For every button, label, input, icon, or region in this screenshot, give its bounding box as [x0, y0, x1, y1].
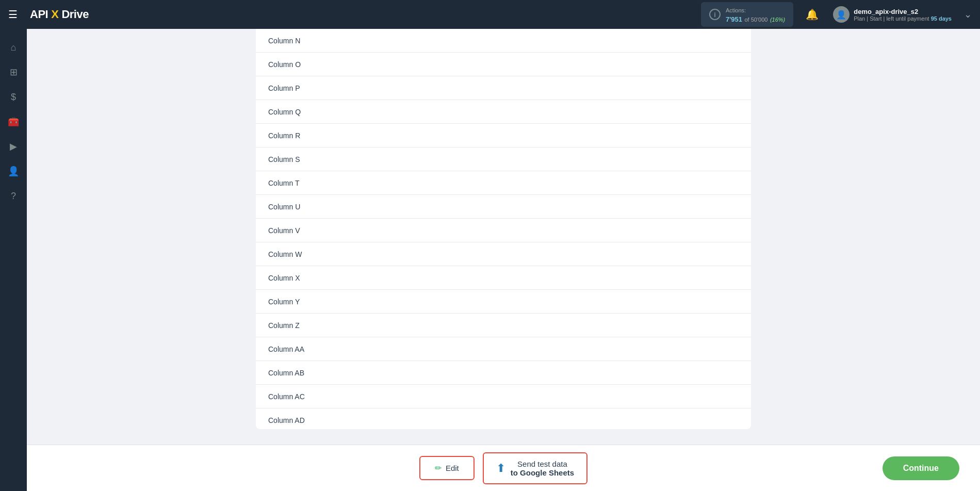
- column-name: Column AC: [268, 392, 305, 401]
- column-name: Column X: [268, 274, 300, 282]
- column-name: Column U: [268, 203, 300, 211]
- sidebar-item-home[interactable]: ⌂: [3, 37, 24, 58]
- column-name: Column AD: [268, 416, 305, 424]
- table-row: Column N: [256, 29, 751, 53]
- main-layout: ⌂ ⊞ $ 🧰 ▶ 👤 ? Column NColumn OColumn PCo…: [0, 29, 980, 491]
- panel-wrapper: Column NColumn OColumn PColumn QColumn R…: [27, 29, 980, 491]
- edit-label: Edit: [446, 464, 459, 472]
- table-row: Column P: [256, 76, 751, 100]
- column-name: Column Z: [268, 321, 300, 330]
- table-row: Column AB: [256, 361, 751, 385]
- table-row: Column X: [256, 266, 751, 290]
- column-name: Column W: [268, 250, 302, 258]
- send-test-data-button[interactable]: ⬆ Send test data to Google Sheets: [483, 452, 587, 484]
- plan-info: Plan | Start | left until payment 95 day…: [854, 15, 952, 22]
- days-remaining: 95 days: [931, 15, 952, 22]
- logo-api: API: [30, 8, 48, 21]
- table-row: Column AA: [256, 337, 751, 361]
- sidebar: ⌂ ⊞ $ 🧰 ▶ 👤 ?: [0, 29, 27, 491]
- column-name: Column N: [268, 37, 300, 45]
- actions-box: i Actions: 7'951 of 50'000 (16%): [701, 2, 793, 27]
- info-icon: i: [709, 9, 721, 20]
- column-name: Column P: [268, 84, 300, 92]
- actions-label: Actions:: [726, 7, 746, 13]
- column-name: Column AB: [268, 369, 304, 377]
- actions-separator: of: [744, 17, 750, 23]
- send-label-line1: Send test data: [517, 460, 567, 468]
- table-row: Column Q: [256, 100, 751, 124]
- send-label-line2: to Google Sheets: [511, 468, 574, 477]
- logo: APIXDrive: [30, 8, 89, 21]
- actions-total: 50'000: [751, 17, 768, 23]
- table-row: Column O: [256, 53, 751, 76]
- table-row: Column S: [256, 148, 751, 171]
- user-section: 👤 demo_apix-drive_s2 Plan | Start | left…: [833, 6, 952, 23]
- table-row: Column R: [256, 124, 751, 148]
- column-name: Column V: [268, 226, 300, 235]
- column-name: Column Q: [268, 108, 301, 116]
- logo-drive: Drive: [61, 8, 89, 21]
- sidebar-item-billing[interactable]: $: [3, 87, 24, 107]
- sidebar-item-tools[interactable]: 🧰: [3, 111, 24, 132]
- edit-icon: ✏: [435, 463, 442, 473]
- actions-count: 7'951: [726, 15, 742, 23]
- table-row: Column V: [256, 219, 751, 242]
- chevron-down-icon[interactable]: ⌄: [964, 9, 972, 20]
- sidebar-item-play[interactable]: ▶: [3, 136, 24, 157]
- column-name: Column T: [268, 179, 299, 187]
- bottom-bar: ✏ Edit ⬆ Send test data to Google Sheets…: [27, 445, 980, 491]
- upload-icon: ⬆: [496, 462, 505, 475]
- content-area: Column NColumn OColumn PColumn QColumn R…: [27, 29, 980, 491]
- column-name: Column Y: [268, 298, 300, 306]
- avatar: 👤: [833, 6, 850, 23]
- table-row: Column AC: [256, 385, 751, 408]
- menu-icon[interactable]: ☰: [8, 8, 18, 21]
- sidebar-item-help[interactable]: ?: [3, 186, 24, 206]
- sidebar-item-grid[interactable]: ⊞: [3, 62, 24, 83]
- table-row: Column U: [256, 195, 751, 219]
- column-name: Column R: [268, 132, 300, 140]
- continue-button[interactable]: Continue: [883, 456, 959, 480]
- edit-button[interactable]: ✏ Edit: [419, 456, 475, 480]
- column-name: Column S: [268, 155, 300, 163]
- logo-x: X: [51, 8, 58, 21]
- main-panel: Column NColumn OColumn PColumn QColumn R…: [256, 29, 751, 429]
- top-header: ☰ APIXDrive i Actions: 7'951 of 50'000 (…: [0, 0, 980, 29]
- username: demo_apix-drive_s2: [854, 8, 952, 15]
- table-row: Column W: [256, 242, 751, 266]
- bell-icon[interactable]: 🔔: [806, 8, 819, 21]
- actions-pct: (16%): [770, 17, 785, 23]
- column-list: Column NColumn OColumn PColumn QColumn R…: [256, 29, 751, 429]
- table-row: Column T: [256, 171, 751, 195]
- table-row: Column Y: [256, 290, 751, 314]
- table-row: Column AD: [256, 408, 751, 429]
- column-name: Column AA: [268, 345, 304, 353]
- actions-info: Actions: 7'951 of 50'000 (16%): [726, 5, 785, 24]
- sidebar-item-user[interactable]: 👤: [3, 161, 24, 182]
- send-label: Send test data to Google Sheets: [511, 460, 574, 477]
- user-info: demo_apix-drive_s2 Plan | Start | left u…: [854, 8, 952, 22]
- column-name: Column O: [268, 60, 301, 69]
- table-row: Column Z: [256, 314, 751, 337]
